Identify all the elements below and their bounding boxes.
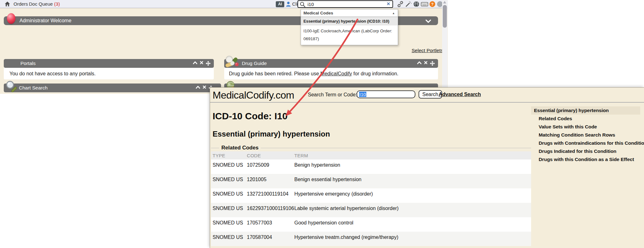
person-icon[interactable]	[286, 1, 291, 8]
portlet-header-chart-search: Chart Search	[4, 84, 221, 92]
home-icon[interactable]	[4, 1, 10, 8]
table-row: SNOMED US 170577003 Good hypertension co…	[211, 217, 531, 232]
sidebar-item-condition[interactable]: Essential (primary) hypertension	[531, 106, 640, 115]
close-icon[interactable]	[424, 61, 428, 64]
cell-type: SNOMED US	[211, 217, 245, 232]
codify-search-input[interactable]: I10	[357, 90, 415, 98]
sidebar-item-contraindications[interactable]: Drugs with Contraindications for this Co…	[531, 139, 644, 147]
search-results-dropdown: Medical Codes ▲ Essential (primary) hype…	[301, 9, 398, 45]
cell-term: Labile systemic arterial hypertension (d…	[293, 203, 531, 217]
advanced-search-link[interactable]: Advanced Search	[439, 92, 481, 97]
search-icon	[300, 2, 306, 9]
dropdown-result-hypertension[interactable]: Essential (primary) hypertension (ICD10:…	[301, 17, 398, 25]
move-icon[interactable]	[206, 61, 211, 66]
portlet-header-portals: Portals	[4, 59, 214, 68]
close-icon[interactable]	[203, 85, 206, 89]
cell-code: 10725009	[245, 159, 293, 174]
magnifier-icon	[5, 80, 18, 95]
portals-title: Portals	[20, 59, 36, 68]
cell-term: Benign hypertension	[293, 159, 531, 174]
collapse-up-icon[interactable]: ▲	[392, 9, 395, 17]
medicalcodify-link[interactable]: MedicalCodify	[320, 71, 352, 76]
scroll-up-icon[interactable]	[443, 1, 446, 3]
ai-badge[interactable]: AI	[276, 1, 284, 7]
cell-type: SNOMED US	[211, 203, 245, 217]
cell-term: Hypertensive treatm.changed (regime/ther…	[293, 232, 531, 246]
svg-text:?: ?	[431, 2, 434, 7]
related-codes-title: Related Codes	[219, 145, 261, 151]
cell-type: SNOMED US	[211, 188, 245, 203]
scrollbar-thumb[interactable]	[443, 5, 447, 28]
table-header-row: TYPE CODE TERM	[211, 151, 531, 159]
medicalcodify-logo[interactable]: MedicalCodify.com	[213, 89, 294, 101]
icd10-code-heading: ICD-10 Code: I10	[213, 111, 287, 121]
select-portlets-link[interactable]: Select Portlets	[412, 48, 443, 53]
sidebar-item-matching-condition[interactable]: Matching Condition Search Rows	[531, 131, 644, 139]
chart-search-title: Chart Search	[19, 84, 47, 92]
codify-search-value: I10	[359, 92, 366, 97]
cell-type: SNOMED US	[211, 159, 245, 174]
sidebar-item-value-sets[interactable]: Value Sets with this Code	[531, 123, 644, 131]
chevron-down-icon[interactable]	[425, 19, 431, 24]
table-row: SNOMED US 16229371000119106 Labile syste…	[211, 203, 531, 217]
move-icon[interactable]	[430, 61, 435, 66]
screen: Orders Doc Queue (3) AI Clin i10 ✕ ?	[0, 0, 644, 248]
portals-body-text: You do not have access to any portals.	[9, 71, 96, 76]
portals-body: You do not have access to any portals.	[4, 68, 214, 79]
cell-term: Benign essential hypertension	[293, 174, 531, 188]
condition-heading: Essential (primary) hypertension	[213, 130, 330, 138]
wand-icon[interactable]	[405, 1, 412, 8]
sidebar-item-related-codes[interactable]: Related Codes	[531, 115, 644, 123]
sidebar-item-side-effect[interactable]: Drugs with this Condition as a Side Effe…	[531, 155, 644, 164]
codify-search-label: Search Term or Code:	[308, 92, 357, 98]
help-icon[interactable]: ?	[429, 1, 436, 8]
cell-term: Good hypertension control	[293, 217, 531, 232]
related-codes-table: TYPE CODE TERM SNOMED US 10725009 Benign…	[211, 151, 531, 246]
search-input-value[interactable]: i10	[308, 1, 314, 7]
dropdown-group-header[interactable]: Medical Codes ▲	[301, 9, 398, 17]
collapse-icon[interactable]	[417, 61, 422, 64]
globe-icon[interactable]	[413, 1, 420, 8]
top-toolbar: Orders Doc Queue (3) AI Clin i10 ✕ ?	[0, 0, 448, 8]
doc-queue-count: (3)	[54, 1, 60, 7]
cell-code: 170577003	[245, 217, 293, 232]
admin-welcome-title: Administrator Welcome	[19, 16, 71, 25]
drug-guide-text-suffix: for drug information.	[352, 71, 398, 76]
col-header-term: TERM	[293, 151, 531, 159]
collapse-icon[interactable]	[196, 85, 200, 89]
cell-code: 16229371000119106	[245, 203, 293, 217]
close-icon[interactable]	[200, 61, 203, 64]
related-codes-section: Related Codes	[211, 145, 531, 151]
cell-code: 1201005	[245, 174, 293, 188]
divider	[261, 148, 531, 148]
codify-nav-sidebar: Essential (primary) hypertension Related…	[531, 103, 644, 248]
col-header-code: CODE	[245, 151, 293, 159]
collapse-icon[interactable]	[193, 61, 197, 64]
orders-link[interactable]: Orders	[14, 0, 28, 8]
dropdown-result-ige-cockroach[interactable]: I100-IgE Cockroach,American (LabCorp Ord…	[301, 25, 398, 45]
sidebar-item-indicated[interactable]: Drugs Indicated for this Condition	[531, 147, 644, 155]
global-search-box[interactable]: i10 ✕	[297, 0, 393, 8]
portlet-header-drug-guide: Drug Guide	[224, 59, 438, 68]
table-row: SNOMED US 1201005 Benign essential hyper…	[211, 174, 531, 188]
chart-search-body	[0, 94, 210, 248]
keyboard-icon[interactable]	[421, 1, 428, 8]
doc-queue-link[interactable]: Doc Queue (3)	[29, 0, 60, 8]
divider	[211, 148, 219, 148]
cell-term: Hypertensive emergency (disorder)	[293, 188, 531, 203]
balloon-icon	[7, 13, 15, 24]
drug-guide-text: Drug guide has been retired. Please use	[229, 71, 320, 76]
cell-code: 132721000119104	[245, 188, 293, 203]
table-row: SNOMED US 132721000119104 Hypertensive e…	[211, 188, 531, 203]
table-row: SNOMED US 10725009 Benign hypertension	[211, 159, 531, 174]
col-header-type: TYPE	[211, 151, 245, 159]
drug-guide-title: Drug Guide	[242, 59, 267, 68]
clear-icon[interactable]: ✕	[386, 1, 390, 6]
vertical-scrollbar[interactable]	[442, 0, 447, 88]
table-row: SNOMED US 170587004 Hypertensive treatm.…	[211, 232, 531, 246]
drug-guide-body: Drug guide has been retired. Please use …	[224, 68, 438, 79]
doc-queue-label: Doc Queue	[29, 1, 53, 7]
dropdown-group-label: Medical Codes	[303, 11, 333, 15]
link-icon[interactable]	[397, 1, 404, 8]
medicalcodify-window: MedicalCodify.com Search Term or Code: I…	[210, 87, 644, 248]
